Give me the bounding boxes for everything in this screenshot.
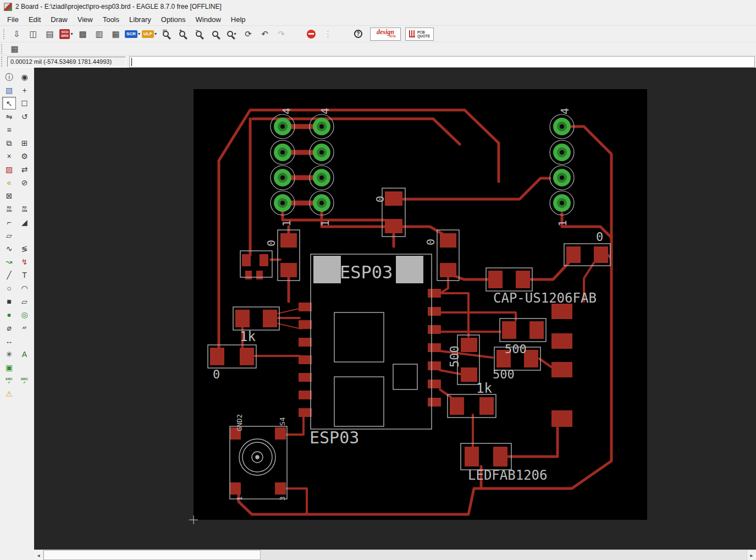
smd-pad[interactable] <box>385 219 402 233</box>
smd-pad[interactable] <box>299 373 312 382</box>
rect-tool[interactable]: ■ <box>2 295 16 308</box>
drill-aid-tool[interactable]: ▣ <box>2 361 16 374</box>
ratsnest-tool[interactable]: ✳ <box>2 348 16 360</box>
menu-library[interactable]: Library <box>124 14 156 25</box>
command-input[interactable] <box>129 56 755 68</box>
smd-pad[interactable] <box>245 271 252 279</box>
smd-pad[interactable] <box>440 233 456 248</box>
menu-view[interactable]: View <box>73 14 98 25</box>
meander-tool[interactable]: ∿ <box>2 242 16 255</box>
menu-edit[interactable]: Edit <box>24 14 46 25</box>
smd-pad[interactable] <box>299 303 312 311</box>
statistics-button[interactable]: ▥ <box>92 27 107 41</box>
command-bar-grip[interactable] <box>1 57 4 67</box>
help-button[interactable]: ? <box>351 27 366 41</box>
smd-pad[interactable] <box>242 254 251 266</box>
pcb-label[interactable]: 1 <box>556 220 569 227</box>
grid-button[interactable]: ▦ <box>7 42 22 56</box>
unlock-tool[interactable]: ⊘ <box>18 176 31 189</box>
smd-pad[interactable] <box>440 263 456 277</box>
text-tool[interactable]: T <box>18 268 31 281</box>
pcb-label[interactable]: 500 <box>448 345 461 367</box>
undo-button[interactable]: ↶ <box>257 27 272 41</box>
smd-pad[interactable] <box>428 325 441 334</box>
smd-pad[interactable] <box>210 348 224 365</box>
menu-window[interactable]: Window <box>191 14 226 25</box>
smd-pad[interactable] <box>488 271 503 288</box>
refresh-button[interactable]: ⟳ <box>241 27 256 41</box>
secondary-toolbar-grip[interactable] <box>1 44 4 54</box>
autoroute-tool[interactable]: A <box>18 348 31 360</box>
smd-pad[interactable] <box>260 254 268 266</box>
smd-pad[interactable] <box>240 348 254 365</box>
smd-pad[interactable] <box>465 447 479 466</box>
pinout-button[interactable]: ▦ <box>108 27 123 41</box>
paste-tool[interactable]: ⊞ <box>18 136 31 149</box>
smd-pad[interactable] <box>493 447 507 466</box>
smd-pad[interactable] <box>428 380 441 388</box>
stop-button[interactable] <box>304 27 319 41</box>
zoom-select-button[interactable]: ▾ <box>224 27 239 41</box>
print-button[interactable]: ▤ <box>42 27 57 41</box>
arc-tool[interactable]: ◠ <box>18 282 31 294</box>
pcb-label[interactable]: CAP-US1206FAB <box>493 290 597 306</box>
pcb-label[interactable]: 0 <box>373 196 387 202</box>
smd-pad[interactable] <box>428 343 441 352</box>
menu-file[interactable]: File <box>2 14 24 25</box>
smd-pad[interactable] <box>235 310 250 327</box>
mirror-tool[interactable]: ⇋ <box>2 110 16 123</box>
pcb-label[interactable]: 4 <box>558 108 571 114</box>
ulp-menu-button[interactable]: ULP▾ <box>142 27 157 41</box>
delete-tool[interactable]: × <box>2 150 16 162</box>
smd-pad[interactable] <box>275 482 286 495</box>
smd-pad[interactable] <box>502 321 516 339</box>
split-wire-tool[interactable]: ▱ <box>2 229 16 241</box>
rotate-tool[interactable]: ↺ <box>18 110 31 123</box>
pcb-label[interactable]: 1k <box>476 381 492 396</box>
smd-pad[interactable] <box>461 367 477 382</box>
smd-pad[interactable] <box>299 320 312 329</box>
smd-pad[interactable] <box>256 271 263 279</box>
smd-pad[interactable] <box>529 321 544 339</box>
smd-pad[interactable] <box>280 263 297 277</box>
polygon-tool[interactable]: ▱ <box>18 295 31 308</box>
scroll-track[interactable] <box>261 550 747 560</box>
board-preview-button[interactable]: ▩ <box>75 27 90 41</box>
move-tool[interactable]: ↖ <box>2 97 16 109</box>
errors-tool[interactable]: ⚠ <box>2 387 16 400</box>
smd-pad[interactable] <box>275 427 286 440</box>
smd-pad[interactable] <box>280 233 297 248</box>
smd-pad[interactable] <box>428 398 441 407</box>
erc-tool[interactable]: ERC ✓ <box>2 374 16 387</box>
smd-pad[interactable] <box>230 482 241 495</box>
scroll-right-arrow[interactable]: ▸ <box>747 550 756 560</box>
smd-pad[interactable] <box>263 310 277 327</box>
pcb-label[interactable]: ESP03 <box>310 428 359 447</box>
menu-tools[interactable]: Tools <box>98 14 124 25</box>
toolbar-grip[interactable] <box>3 29 7 39</box>
design-link-button[interactable]: design link <box>370 28 401 41</box>
pcb-label[interactable]: 1 <box>235 496 244 501</box>
show-tool[interactable]: ◉ <box>18 70 31 83</box>
pcb-quote-button[interactable]: PCB QUOTE <box>405 28 434 41</box>
pad-tool[interactable]: ◎ <box>18 308 31 321</box>
wire-tool[interactable]: ╱ <box>2 268 16 281</box>
via-tool[interactable]: ● <box>2 308 16 321</box>
zoom-out-button[interactable]: − <box>191 27 206 41</box>
pcb-label[interactable]: 0 <box>596 230 603 244</box>
smd-pad[interactable] <box>299 408 312 417</box>
smd-pad[interactable] <box>479 397 494 415</box>
pcb-label[interactable]: 1 <box>318 220 332 227</box>
smd-pad[interactable] <box>385 191 402 206</box>
smd-pad[interactable] <box>428 307 441 316</box>
smd-pad[interactable] <box>551 410 572 427</box>
copy-tool[interactable]: ⧉ <box>2 136 16 149</box>
circle-tool[interactable]: ○ <box>2 282 16 294</box>
smd-pad[interactable] <box>551 304 572 319</box>
zoom-redraw-button[interactable] <box>208 27 223 41</box>
ripup-tool[interactable]: ↯ <box>18 255 31 268</box>
pcb-label[interactable]: 1k <box>240 329 256 344</box>
change-tool[interactable]: ⚙ <box>18 150 31 162</box>
hole-tool[interactable]: ⌀ <box>2 321 16 334</box>
zoom-in-button[interactable]: + <box>175 27 190 41</box>
